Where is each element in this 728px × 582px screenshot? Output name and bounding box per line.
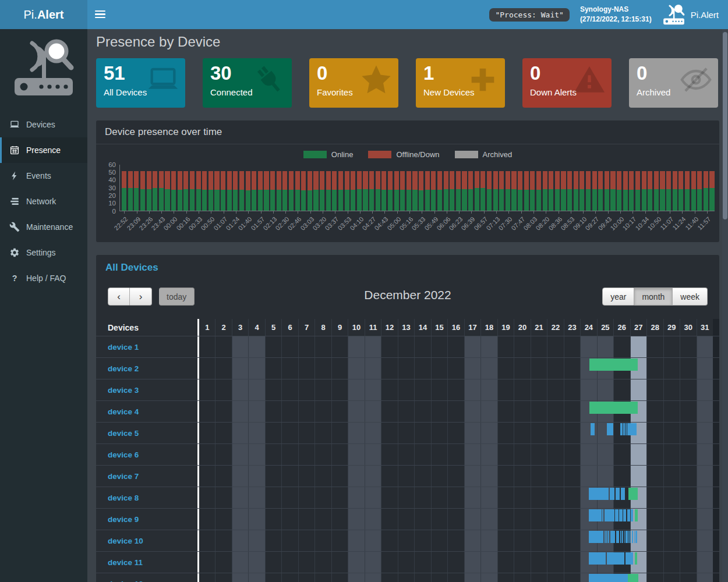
chart-bar xyxy=(635,171,640,211)
sidebar-item-network[interactable]: Network xyxy=(0,189,87,214)
presence-event-blue[interactable] xyxy=(615,509,619,521)
card-archived[interactable]: 0Archived xyxy=(629,58,718,108)
presence-event-green[interactable] xyxy=(589,359,638,371)
presence-event-green[interactable] xyxy=(628,488,638,500)
sidebar-item-presence[interactable]: Presence xyxy=(0,137,87,163)
device-link[interactable]: device 11 xyxy=(108,558,143,567)
chart-bar xyxy=(320,171,324,211)
presence-event-blue[interactable] xyxy=(621,488,625,500)
presence-event-blue[interactable] xyxy=(625,552,634,565)
presence-event-blue[interactable] xyxy=(589,488,609,500)
presence-event-blue[interactable] xyxy=(628,531,629,543)
presence-event-blue[interactable] xyxy=(622,531,623,543)
day-header-14: 14 xyxy=(414,319,430,336)
presence-event-blue[interactable] xyxy=(624,531,625,543)
topbar-brand: Pi.Alert xyxy=(662,4,719,25)
presence-event-blue[interactable] xyxy=(620,423,623,435)
presence-event-blue[interactable] xyxy=(634,531,635,543)
day-cell-3 xyxy=(232,466,248,487)
view-month-button[interactable]: month xyxy=(634,288,673,306)
sidebar-item-maintenance[interactable]: Maintenance xyxy=(0,214,87,240)
presence-event-blue[interactable] xyxy=(589,531,603,543)
presence-event-blue[interactable] xyxy=(630,531,631,543)
day-cell-3 xyxy=(232,401,248,422)
presence-event-blue[interactable] xyxy=(606,531,607,543)
table-row-device-7: device 7 xyxy=(96,465,719,487)
presence-event-blue[interactable] xyxy=(605,531,606,543)
device-link[interactable]: device 6 xyxy=(108,450,139,459)
presence-event-blue[interactable] xyxy=(589,574,628,582)
device-link[interactable]: device 8 xyxy=(108,494,139,502)
scrollbar-thumb[interactable] xyxy=(723,32,727,219)
card-new-devices[interactable]: 1New Devices xyxy=(416,58,505,108)
device-link[interactable]: device 1 xyxy=(108,343,139,352)
presence-event-blue[interactable] xyxy=(623,509,626,521)
legend-swatch xyxy=(368,151,391,158)
sidebar-item-help-faq[interactable]: ?Help / FAQ xyxy=(0,265,87,291)
card-connected[interactable]: 30Connected xyxy=(203,58,292,108)
sidebar-item-settings[interactable]: Settings xyxy=(0,240,87,265)
chart-bar xyxy=(468,171,473,211)
card-favorites[interactable]: 0Favorites xyxy=(309,58,398,108)
presence-event-blue[interactable] xyxy=(605,509,614,521)
card-down-alerts[interactable]: 0Down Alerts xyxy=(522,58,612,108)
presence-event-blue[interactable] xyxy=(635,531,637,543)
presence-event-blue[interactable] xyxy=(589,552,606,565)
device-link[interactable]: device 5 xyxy=(108,429,139,438)
presence-event-blue[interactable] xyxy=(625,531,628,543)
day-cell-1 xyxy=(199,487,215,508)
day-cell-21 xyxy=(531,379,547,400)
presence-event-blue[interactable] xyxy=(610,488,614,500)
presence-event-blue[interactable] xyxy=(616,488,620,500)
presence-event-blue[interactable] xyxy=(620,531,621,543)
presence-event-blue[interactable] xyxy=(631,509,634,521)
presence-event-green[interactable] xyxy=(589,402,638,414)
x-axis-tick xyxy=(559,211,559,214)
presence-event-green[interactable] xyxy=(635,552,638,565)
view-year-button[interactable]: year xyxy=(602,288,634,306)
presence-event-blue[interactable] xyxy=(608,531,609,543)
presence-event-blue[interactable] xyxy=(632,531,634,543)
page-scrollbar[interactable] xyxy=(722,29,728,582)
presence-event-green[interactable] xyxy=(635,509,637,521)
day-cell-22 xyxy=(547,487,563,508)
device-link[interactable]: device 2 xyxy=(108,364,139,373)
day-cell-8 xyxy=(314,444,331,465)
view-week-button[interactable]: week xyxy=(673,288,708,306)
app-logo[interactable]: Pi.Alert xyxy=(0,0,87,29)
presence-event-blue[interactable] xyxy=(602,509,603,521)
presence-event-blue[interactable] xyxy=(627,509,630,521)
presence-event-blue[interactable] xyxy=(627,423,637,435)
sidebar-toggle-icon[interactable] xyxy=(95,10,105,19)
presence-event-blue[interactable] xyxy=(616,531,620,543)
device-link[interactable]: device 10 xyxy=(108,537,143,545)
presence-event-blue[interactable] xyxy=(610,531,615,543)
device-link[interactable]: device 12 xyxy=(108,580,143,582)
day-cell-21 xyxy=(531,336,547,357)
presence-event-blue[interactable] xyxy=(589,509,601,521)
card-all-devices[interactable]: 51All Devices xyxy=(96,58,185,108)
presence-event-blue[interactable] xyxy=(619,509,623,521)
day-cell-14 xyxy=(414,487,430,508)
sidebar-item-devices[interactable]: Devices xyxy=(0,112,87,137)
device-link[interactable]: device 7 xyxy=(108,472,139,481)
sidebar-item-events[interactable]: Events xyxy=(0,163,87,189)
presence-event-blue[interactable] xyxy=(607,552,624,565)
day-cell-12 xyxy=(381,487,397,508)
device-link[interactable]: device 4 xyxy=(108,407,139,416)
day-cell-14 xyxy=(414,423,430,443)
presence-event-blue[interactable] xyxy=(591,423,595,435)
x-axis-tick xyxy=(447,211,447,214)
presence-event-blue[interactable] xyxy=(623,423,624,435)
presence-event-blue[interactable] xyxy=(625,423,627,435)
presence-event-blue[interactable] xyxy=(607,423,613,435)
presence-event-green[interactable] xyxy=(628,574,638,582)
day-cell-5 xyxy=(265,487,281,508)
device-link[interactable]: device 3 xyxy=(108,386,139,395)
device-link[interactable]: device 9 xyxy=(108,515,139,524)
x-axis-tick xyxy=(384,211,385,214)
day-cell-8 xyxy=(314,358,331,379)
day-header-21: 21 xyxy=(531,319,547,336)
day-cell-13 xyxy=(398,423,414,443)
day-cell-13 xyxy=(398,379,414,400)
